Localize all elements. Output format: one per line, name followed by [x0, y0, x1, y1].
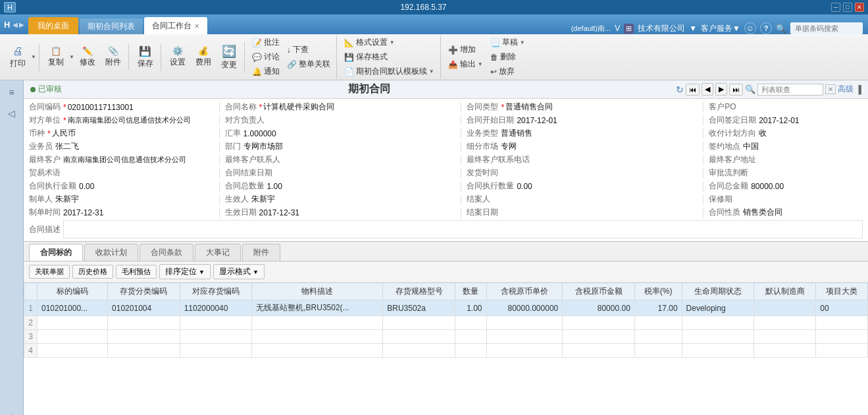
- batch-btn[interactable]: 📝 批注: [249, 36, 283, 49]
- save-format-btn[interactable]: 💾 保存格式: [341, 50, 438, 64]
- table-row[interactable]: 4: [24, 344, 868, 358]
- display-format-btn[interactable]: 显示格式 ▼: [213, 264, 265, 279]
- expense-btn[interactable]: 💰 费用: [191, 44, 216, 70]
- restore-btn[interactable]: □: [843, 3, 852, 12]
- grid-icon[interactable]: ⊞: [624, 24, 634, 34]
- col-spec[interactable]: 存货规格型号: [383, 283, 455, 300]
- col-material-desc[interactable]: 物料描述: [252, 283, 383, 300]
- output-dropdown[interactable]: ▼: [478, 61, 483, 67]
- tab-workspace-close[interactable]: ✕: [194, 22, 199, 30]
- description-input[interactable]: [63, 220, 863, 238]
- col-project-type[interactable]: 项目大类: [816, 283, 868, 300]
- history-price-btn[interactable]: 历史价格: [72, 265, 113, 279]
- clear-search-btn[interactable]: ✕: [825, 84, 836, 94]
- settings-icon: ⚙️: [172, 46, 183, 56]
- rate-value: 1.000000: [243, 129, 276, 138]
- last-page-btn[interactable]: ⏭: [729, 84, 743, 96]
- related-docs-btn[interactable]: 关联单据: [29, 265, 70, 279]
- output-btn[interactable]: 📤 输出 ▼: [445, 57, 486, 71]
- cell-qty-1: 1.00: [455, 300, 486, 316]
- cell-qty-2: [455, 316, 486, 330]
- default-user: (default)南...: [571, 24, 611, 34]
- link-btn[interactable]: 🔗 整单关联: [284, 57, 334, 71]
- field-delivery-time: 发货时间: [467, 167, 698, 179]
- increase-btn[interactable]: ➕ 增加: [445, 43, 486, 57]
- col-biaodi-code[interactable]: 标的编码: [38, 283, 108, 300]
- effect-date-label: 生效日期: [225, 207, 259, 218]
- refresh-btn[interactable]: ↻: [676, 84, 684, 95]
- downquery-btn[interactable]: ↓ 下查: [284, 43, 334, 57]
- row-num-4: 4: [24, 344, 38, 358]
- company-dropdown[interactable]: ▼: [689, 24, 697, 33]
- minimize-btn[interactable]: ─: [831, 3, 840, 12]
- customer-service[interactable]: 客户服务▼: [701, 23, 740, 34]
- template-btn[interactable]: 📄 期初合同默认模板续 ▼: [341, 65, 438, 78]
- field-approval: 审批流判断: [709, 167, 863, 179]
- settings-btn[interactable]: ⚙️ 设置: [165, 44, 190, 70]
- discard-btn[interactable]: ↩ 放弃: [487, 65, 528, 78]
- tab-biaodi[interactable]: 合同标的: [29, 244, 83, 261]
- window-title: 192.168.5.37: [400, 3, 446, 12]
- col-lifecycle[interactable]: 生命周期状态: [682, 283, 754, 300]
- tab-desktop[interactable]: 我的桌面: [28, 17, 78, 34]
- draft-dropdown[interactable]: ▼: [520, 40, 525, 45]
- help-icon[interactable]: ?: [760, 22, 772, 34]
- col-unit-price[interactable]: 含税原币单价: [486, 283, 563, 300]
- col-inventory-class[interactable]: 存货分类编码: [108, 283, 180, 300]
- format-settings-btn[interactable]: 📐 格式设置 ▼: [341, 36, 438, 49]
- smiley-icon[interactable]: ☺: [744, 22, 756, 34]
- col-default-maker[interactable]: 默认制造商: [754, 283, 816, 300]
- delivery-time-label: 发货时间: [467, 167, 501, 179]
- sort-locate-btn[interactable]: 排序定位 ▼: [159, 264, 211, 279]
- final-phone-label: 最终客户联系电话: [467, 154, 532, 165]
- delete-btn[interactable]: 🗑 删除: [487, 50, 528, 64]
- col-tax-rate[interactable]: 税率(%): [634, 283, 682, 300]
- cell-projtype-2: [816, 316, 868, 330]
- change-btn[interactable]: 🔄 变更: [217, 42, 242, 72]
- print-dropdown[interactable]: ▼: [31, 54, 36, 60]
- tab-contract-list[interactable]: 期初合同列表: [80, 18, 143, 34]
- sidebar-menu-icon[interactable]: ≡: [3, 83, 21, 101]
- field-exec-qty: 合同执行数量 0.00: [467, 180, 698, 192]
- template-dropdown[interactable]: ▼: [429, 69, 434, 74]
- print-btn[interactable]: 🖨 打印: [5, 43, 30, 71]
- tab-workspace[interactable]: 合同工作台 ✕: [144, 17, 207, 34]
- gross-profit-btn[interactable]: 毛利预估: [116, 265, 157, 279]
- nav-prev-icon[interactable]: ◀: [13, 21, 18, 28]
- copy-dropdown[interactable]: ▼: [69, 54, 74, 60]
- discuss-icon: 💬: [252, 53, 262, 62]
- col-quantity[interactable]: 数量: [455, 283, 486, 300]
- sidebar-toggle-btn[interactable]: ▐: [855, 85, 861, 94]
- search-input[interactable]: [790, 22, 863, 34]
- draft-btn[interactable]: 📃 草稿 ▼: [487, 36, 528, 49]
- nav-next-icon[interactable]: ▶: [19, 21, 24, 28]
- col-amount[interactable]: 含税原币金额: [563, 283, 635, 300]
- list-search-input[interactable]: [757, 84, 823, 96]
- save-btn[interactable]: 💾 保存: [133, 43, 158, 71]
- first-page-btn[interactable]: ⏮: [686, 84, 700, 96]
- edit-btn[interactable]: ✏️ 修改: [75, 44, 100, 70]
- notify-btn[interactable]: 🔔 通知: [249, 65, 283, 78]
- attach-btn[interactable]: 📎 附件: [101, 44, 126, 70]
- tab-shoukuan[interactable]: 收款计划: [84, 244, 138, 261]
- notify-label: 通知: [264, 66, 280, 77]
- close-btn[interactable]: ✕: [855, 3, 864, 12]
- table-row[interactable]: 1 010201000... 010201004 1102000040 无线基站…: [24, 300, 868, 316]
- prev-page-btn[interactable]: ◀: [702, 83, 713, 96]
- col-inventory-code[interactable]: 对应存货编码: [180, 283, 252, 300]
- discuss-btn[interactable]: 💬 讨论: [249, 50, 283, 64]
- sidebar-table-icon: 表: [3, 399, 21, 415]
- table-row[interactable]: 3: [24, 330, 868, 344]
- table-row[interactable]: 2: [24, 316, 868, 330]
- tab-dashiji[interactable]: 大事记: [195, 244, 241, 261]
- copy-btn[interactable]: 📋 复制: [43, 44, 68, 70]
- advanced-search-btn[interactable]: 高级: [838, 84, 854, 95]
- tab-fujian[interactable]: 附件: [242, 244, 280, 261]
- tab-tiaokuan[interactable]: 合同条款: [140, 244, 193, 261]
- format-settings-dropdown[interactable]: ▼: [390, 40, 395, 45]
- next-page-btn[interactable]: ▶: [715, 83, 727, 96]
- total-amount-value: 80000.00: [751, 182, 784, 191]
- table-header-row: 标的编码 存货分类编码 对应存货编码 物料描述 存货规格型号 数量 含税原币单价…: [24, 283, 868, 300]
- total-qty-value: 1.00: [267, 182, 282, 191]
- sidebar-back-icon[interactable]: ◁: [3, 104, 21, 123]
